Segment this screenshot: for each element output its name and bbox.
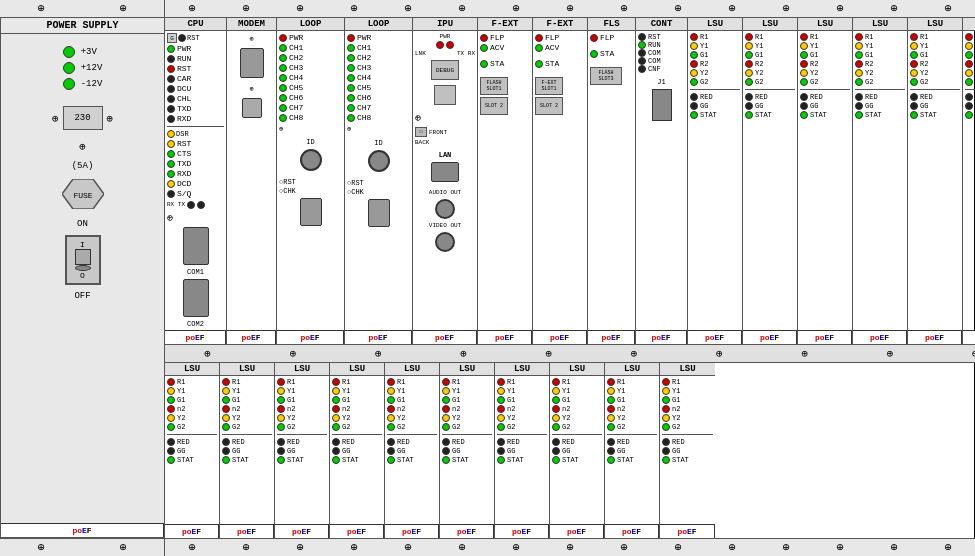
bot-cross2: ⊕	[119, 540, 126, 555]
flash-fls-row: FLASHSLOT3	[590, 67, 633, 85]
fext2-poef: poEF	[533, 330, 587, 344]
cpu-title: CPU	[165, 18, 226, 31]
lsu6-panel: LSU R1 Y1 G1 R2 Y2 G2 RED GG STAT poEF	[963, 18, 975, 344]
b1-red: RED	[177, 438, 190, 446]
lsu-b5-panel: LSU R1 Y1 G1 n2 Y2 G2 RED GG STAT poEF	[385, 363, 440, 538]
lsu-b5-content: R1 Y1 G1 n2 Y2 G2 RED GG STAT	[385, 376, 439, 524]
cpu-poef-label: poEF	[165, 331, 226, 344]
sta-row: STA	[480, 59, 530, 68]
ipu-title: IPU	[413, 18, 477, 31]
top-crosshair-row: ⊕ ⊕ ⊕ ⊕ ⊕ ⊕ ⊕ ⊕ ⊕ ⊕ ⊕ ⊕ ⊕ ⊕ ⊕ ⊕ ⊕	[0, 0, 975, 18]
fls-title: FLS	[588, 18, 635, 31]
5a-label: (5A)	[72, 161, 94, 171]
ch3-loop2-row: CH3	[347, 63, 410, 72]
dot-ch1	[279, 44, 287, 52]
crosshair-icon: ⊕	[296, 1, 303, 16]
dot-pwr-loop2	[347, 34, 355, 42]
ch7-row: CH7	[279, 103, 342, 112]
chl-label: CHL	[177, 94, 191, 103]
crosshair-icon: ⊕	[37, 1, 44, 16]
txd2-row: TXD	[167, 159, 224, 168]
stat-row: STAT	[690, 111, 740, 119]
lsu-b6-title: LSU	[440, 363, 494, 376]
dot-red	[690, 93, 698, 101]
lsu3-stat: STAT	[810, 111, 827, 119]
crosshair-row2: ⊕	[79, 140, 86, 153]
dot-stat	[690, 111, 698, 119]
dot-pwr	[167, 45, 175, 53]
dot-ch2	[279, 54, 287, 62]
lsu4-r1: R1	[865, 33, 873, 41]
cpu-panel: CPU G RST PWR RUN RST	[165, 18, 227, 344]
lsu1-panel: LSU R1 Y1 G1 R2 Y2 G2 RED GG STAT	[688, 18, 743, 344]
cont-poef: poEF	[636, 330, 687, 344]
audio-out-label: AUDIO OUT	[415, 189, 475, 196]
pwr-row: PWR	[167, 44, 224, 53]
lsu5-stat: STAT	[920, 111, 937, 119]
lsu-b7-content: R1 Y1 G1 n2 Y2 G2 RED GG STAT	[495, 376, 549, 524]
crosshair-icon: ⊕	[119, 1, 126, 16]
modem-panel: MODEM ⊕ ⊕ poEF	[227, 18, 277, 344]
lsu5-red: RED	[920, 93, 933, 101]
dot-ch8-l2	[347, 114, 355, 122]
car-label: CAR	[177, 74, 191, 83]
sta-label: STA	[490, 59, 504, 68]
com-cont-row: COM	[638, 49, 685, 57]
dot-sta	[480, 60, 488, 68]
lsu2-y2: Y2	[755, 69, 763, 77]
crosshair-icon: ⊕	[242, 1, 249, 16]
ch5-loop2-row: CH5	[347, 83, 410, 92]
lsu5-g2: G2	[920, 78, 928, 86]
com2-connector	[183, 279, 209, 317]
flp-fls-label: FLP	[600, 33, 614, 42]
loop1-poef-label: poEF	[277, 331, 344, 344]
fext1-title: F-EXT	[478, 18, 532, 31]
cont-panel: CONT RST RUN COM	[636, 18, 688, 344]
flash-fls-slot: FLASHSLOT3	[590, 67, 622, 85]
txd2-label: TXD	[177, 159, 191, 168]
lsu-b6-content: R1 Y1 G1 n2 Y2 G2 RED GG STAT	[440, 376, 494, 524]
lsu3-panel: LSU R1 Y1 G1 R2 Y2 G2 RED GG STAT poEF	[798, 18, 853, 344]
dcu-label: DCU	[177, 84, 191, 93]
tx-label: TX RX	[457, 50, 475, 57]
dot-flp	[480, 34, 488, 42]
dot-sq	[167, 190, 175, 198]
ipu-crosshair: ⊕	[415, 112, 475, 124]
lsu2-g1: G1	[755, 51, 763, 59]
lsu2-title: LSU	[743, 18, 797, 31]
ch4-label: CH4	[289, 73, 303, 82]
fls-content: FLP STA FLASHSLOT3	[588, 31, 635, 330]
dot-ch5-l2	[347, 84, 355, 92]
lsu1-title: LSU	[688, 18, 742, 31]
modem-crosshair: ⊕	[229, 35, 274, 43]
loop2-port	[368, 199, 390, 227]
b1-n2: n2	[177, 405, 185, 413]
lsu6-content: R1 Y1 G1 R2 Y2 G2 RED GG STAT	[963, 31, 975, 330]
j1-connector	[652, 89, 672, 121]
dot-car	[167, 75, 175, 83]
rst-yellow-row: DSR	[167, 130, 224, 138]
bottom-crosshair-row: ⊕ ⊕ ⊕ ⊕ ⊕ ⊕ ⊕ ⊕ ⊕ ⊕ ⊕ ⊕ ⊕ ⊕ ⊕ ⊕ ⊕	[0, 538, 975, 556]
dot-ch6	[279, 94, 287, 102]
power-switch[interactable]: I O	[65, 235, 101, 285]
dot-ch7-l2	[347, 104, 355, 112]
dot-dsr	[167, 130, 175, 138]
ch8-label: CH8	[289, 113, 303, 122]
lsu4-stat: STAT	[865, 111, 882, 119]
ch7-label: CH7	[289, 103, 303, 112]
lsu3-content: R1 Y1 G1 R2 Y2 G2 RED GG STAT	[798, 31, 852, 330]
bot-cross10: ⊕	[566, 540, 573, 555]
dot-cnf-cont	[638, 65, 646, 73]
lsu5-content: R1 Y1 G1 R2 Y2 G2 RED GG STAT	[908, 31, 962, 330]
ch8-loop2-row: CH8	[347, 113, 410, 122]
lsu-b8-panel: LSU R1 Y1 G1 n2 Y2 G2 RED GG STAT poEF	[550, 363, 605, 538]
acv-row2: ACV	[535, 43, 585, 52]
lsu3-r2: R2	[810, 60, 818, 68]
power-supply-title: POWER SUPPLY	[1, 18, 164, 34]
com-cont-label: COM	[648, 49, 661, 57]
dot-flp2	[535, 34, 543, 42]
rxd-row: RXD	[167, 114, 224, 123]
ch2-row: CH2	[279, 53, 342, 62]
dot-ch5	[279, 84, 287, 92]
cnf-cont-label: CNF	[648, 65, 661, 73]
